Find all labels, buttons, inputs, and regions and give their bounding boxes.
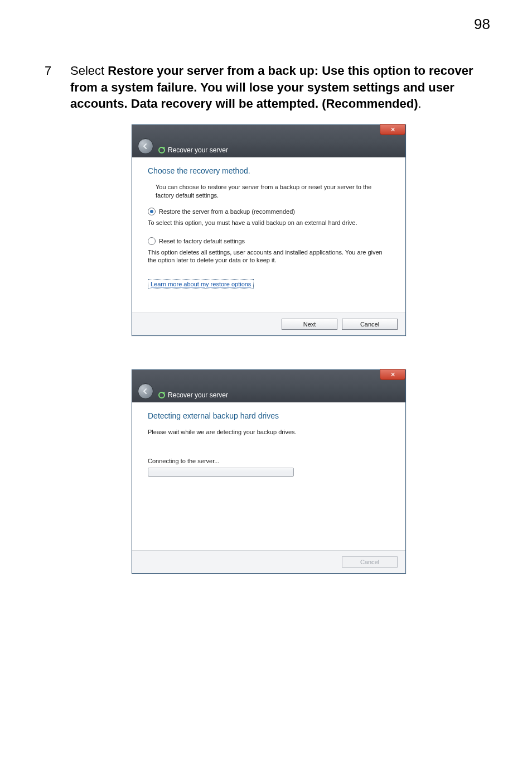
- dialog-intro: You can choose to restore your server fr…: [156, 183, 390, 200]
- breadcrumb: Recover your server: [158, 146, 228, 154]
- dialog-footer: Cancel: [132, 550, 405, 573]
- close-button[interactable]: ✕: [380, 124, 405, 135]
- step-text: Select Restore your server from a back u…: [70, 63, 493, 112]
- progress-label: Connecting to the server...: [148, 458, 390, 464]
- wizard-icon: [158, 146, 166, 154]
- option-restore-label: Restore the server from a backup (recomm…: [159, 208, 295, 215]
- step-bold: Restore your server from a back up: Use …: [70, 64, 473, 110]
- learn-more-link[interactable]: Learn more about my restore options: [148, 279, 254, 289]
- radio-unselected-icon: [148, 237, 156, 245]
- detecting-drives-dialog: Recover your server ✕ Detecting external…: [132, 369, 406, 574]
- dialog-body: Detecting external backup hard drives Pl…: [132, 402, 405, 550]
- dialog-intro: Please wait while we are detecting your …: [148, 428, 390, 436]
- dialog-footer: Next Cancel: [132, 313, 405, 335]
- breadcrumb-label: Recover your server: [168, 146, 228, 154]
- option-reset[interactable]: Reset to factory default settings: [148, 237, 390, 245]
- breadcrumb-label: Recover your server: [168, 391, 228, 399]
- option-restore[interactable]: Restore the server from a backup (recomm…: [148, 208, 390, 215]
- cancel-button[interactable]: Cancel: [342, 556, 398, 568]
- back-arrow-icon: [142, 143, 149, 150]
- dialog-header: Recover your server ✕: [132, 370, 405, 402]
- cancel-button[interactable]: Cancel: [342, 319, 398, 330]
- step-prefix: Select: [70, 64, 108, 78]
- instruction-step: 7 Select Restore your server from a back…: [45, 63, 493, 112]
- back-button[interactable]: [138, 383, 153, 399]
- progress-bar: [148, 468, 294, 477]
- close-button[interactable]: ✕: [380, 369, 405, 380]
- next-button[interactable]: Next: [282, 319, 337, 330]
- option-restore-desc: To select this option, you must have a v…: [148, 219, 390, 227]
- recovery-method-dialog: Recover your server ✕ Choose the recover…: [132, 124, 406, 336]
- option-reset-label: Reset to factory default settings: [159, 238, 245, 244]
- step-number: 7: [45, 63, 70, 112]
- wizard-icon: [158, 391, 166, 399]
- page-number: 98: [474, 16, 490, 33]
- dialog-header: Recover your server ✕: [132, 125, 405, 157]
- option-reset-desc: This option deletes all settings, user a…: [148, 248, 390, 265]
- dialog-title: Choose the recovery method.: [148, 166, 390, 175]
- radio-selected-icon: [148, 208, 156, 215]
- close-icon: ✕: [390, 127, 395, 133]
- back-button[interactable]: [138, 138, 153, 154]
- dialog-body: Choose the recovery method. You can choo…: [132, 157, 405, 313]
- step-suffix: .: [418, 97, 422, 110]
- breadcrumb: Recover your server: [158, 391, 228, 399]
- close-icon: ✕: [390, 372, 395, 378]
- dialog-title: Detecting external backup hard drives: [148, 411, 390, 420]
- back-arrow-icon: [142, 388, 149, 395]
